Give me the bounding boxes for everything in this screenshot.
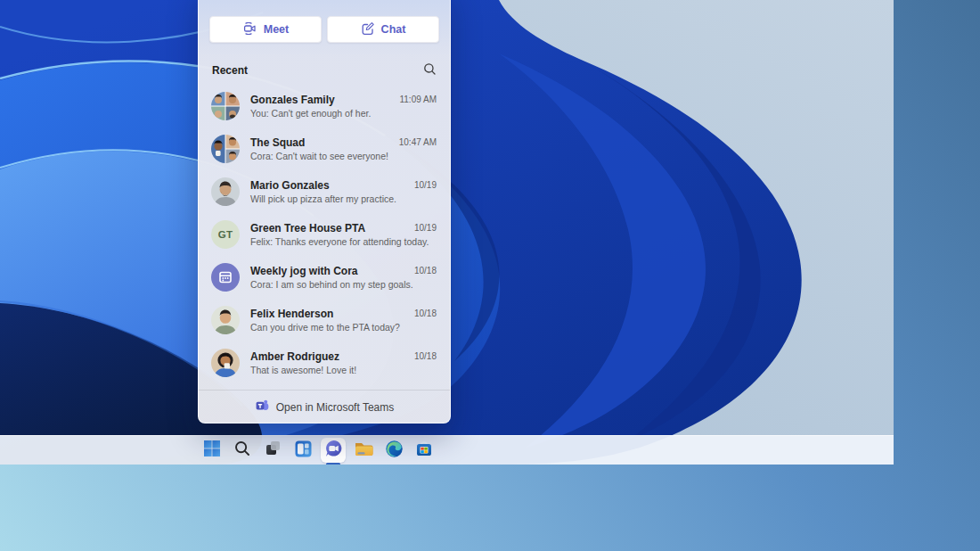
conversation-time: 10:47 AM <box>399 127 437 147</box>
conversation-item[interactable]: Felix Henderson Can you drive me to the … <box>209 299 439 341</box>
widgets-button[interactable] <box>290 438 315 463</box>
conversation-item[interactable]: GT Green Tree House PTA Felix: Thanks ev… <box>209 213 439 256</box>
conversation-list: Gonzales Family You: Can't get enough of… <box>209 85 439 384</box>
taskbar-icon-group <box>200 436 437 465</box>
conversation-preview: You: Can't get enough of her. <box>250 107 394 119</box>
conversation-preview: Cora: I am so behind on my step goals. <box>250 278 409 291</box>
task-view-button[interactable] <box>260 438 285 463</box>
conversation-name: Amber Rodriguez <box>250 350 409 364</box>
conversation-item[interactable]: The Squad Cora: Can't wait to see everyo… <box>209 127 439 170</box>
conversation-preview: Can you drive me to the PTA today? <box>250 321 409 333</box>
start-button[interactable] <box>200 438 225 463</box>
widgets-icon <box>294 440 313 462</box>
recent-label: Recent <box>212 64 248 77</box>
conversation-item[interactable]: Weekly jog with Cora Cora: I am so behin… <box>209 256 439 299</box>
meet-button[interactable]: Meet <box>209 16 322 43</box>
conversation-item[interactable]: Gonzales Family You: Can't get enough of… <box>209 85 439 127</box>
conversation-preview: That is awesome! Love it! <box>250 364 409 376</box>
profile-photo-avatar <box>211 306 240 334</box>
compose-icon <box>361 21 375 38</box>
initials-avatar: GT <box>211 220 240 249</box>
conversation-preview: Will pick up pizza after my practice. <box>250 193 409 205</box>
meet-button-label: Meet <box>264 23 289 36</box>
conversation-name: The Squad <box>250 136 394 150</box>
file-explorer-button[interactable] <box>351 438 376 463</box>
teams-chat-button[interactable] <box>321 438 346 463</box>
edge-button[interactable] <box>381 438 406 463</box>
conversation-name: Gonzales Family <box>250 94 394 107</box>
flyout-action-buttons: Meet Chat <box>209 16 439 43</box>
file-explorer-icon <box>354 440 374 462</box>
conversation-time: 10/19 <box>414 170 437 190</box>
avatar-initials: GT <box>218 229 233 240</box>
chat-button-label: Chat <box>381 23 406 36</box>
open-in-teams-button[interactable]: Open in Microsoft Teams <box>209 391 439 424</box>
profile-photo-avatar <box>211 349 240 377</box>
desktop-screen: Meet Chat Recent <box>0 0 894 465</box>
profile-photo-avatar <box>211 177 240 206</box>
microsoft-store-button[interactable] <box>412 438 437 463</box>
conversation-time: 10/18 <box>414 256 437 276</box>
marketing-backdrop: Meet Chat Recent <box>0 0 980 551</box>
conversation-item[interactable]: Amber Rodriguez That is awesome! Love it… <box>209 341 439 384</box>
search-icon[interactable] <box>423 62 437 79</box>
conversation-time: 10/19 <box>414 213 437 233</box>
group-avatar <box>211 92 240 120</box>
taskbar <box>0 435 894 465</box>
conversation-time: 11:09 AM <box>399 85 437 104</box>
calendar-event-avatar <box>211 263 240 292</box>
conversation-preview: Felix: Thanks everyone for attending tod… <box>250 235 409 248</box>
task-view-icon <box>263 439 282 462</box>
conversation-time: 10/18 <box>414 299 437 318</box>
active-app-indicator <box>326 463 340 465</box>
conversation-item[interactable]: Mario Gonzales Will pick up pizza after … <box>209 170 439 213</box>
search-button[interactable] <box>230 438 255 463</box>
conversation-name: Weekly jog with Cora <box>250 265 409 278</box>
search-icon <box>233 440 251 461</box>
open-in-teams-label: Open in Microsoft Teams <box>276 401 395 414</box>
conversation-name: Green Tree House PTA <box>250 222 409 235</box>
conversation-name: Felix Henderson <box>250 308 409 321</box>
windows-start-icon <box>203 440 221 461</box>
teams-logo-icon <box>255 399 269 415</box>
conversation-time: 10/18 <box>414 341 437 361</box>
teams-chat-icon <box>323 439 344 463</box>
edge-icon <box>385 440 404 462</box>
conversation-preview: Cora: Can't wait to see everyone! <box>250 150 394 162</box>
video-camera-icon <box>242 22 257 37</box>
group-avatar <box>211 135 240 163</box>
microsoft-store-icon <box>414 439 434 462</box>
recent-header: Recent <box>209 63 439 78</box>
chat-button[interactable]: Chat <box>327 16 439 43</box>
teams-chat-flyout: Meet Chat Recent <box>198 0 451 424</box>
conversation-name: Mario Gonzales <box>250 179 409 193</box>
